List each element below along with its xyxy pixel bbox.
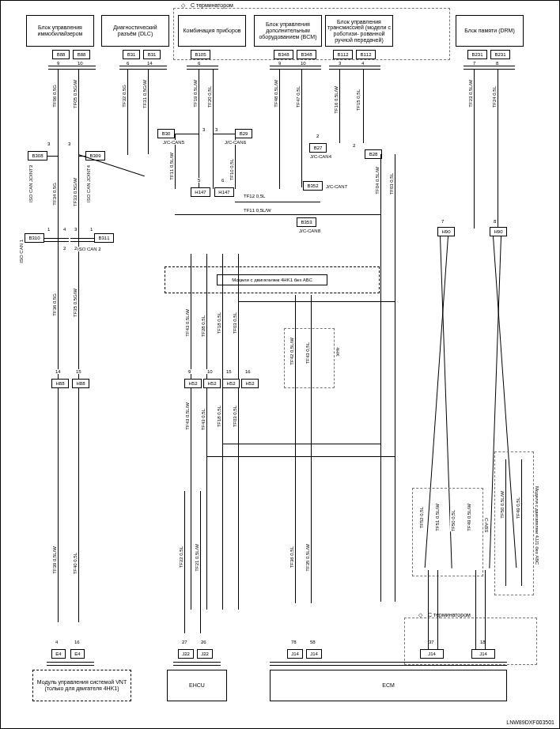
conn-j22a: J22: [178, 649, 194, 659]
conn-h90b: H90: [490, 227, 507, 236]
conn-b88a: B88: [52, 50, 70, 59]
conn-b88b: B88: [73, 50, 90, 59]
wire-label: TF06 0,5G: [51, 85, 58, 108]
terminator-bottom: С терминатором: [428, 612, 471, 618]
wire-label: TF36 0,5G: [51, 293, 58, 316]
conn-h147b: H147: [214, 187, 234, 197]
block-ecm: ECM: [270, 670, 507, 701]
wire-label: TF34 0,5G: [51, 183, 58, 206]
conn-e4b: E4: [70, 649, 85, 659]
wire-label: TF15 0,5L: [355, 89, 361, 111]
terminator-top: С терминатором: [191, 2, 233, 8]
label-4hk: 4HK: [335, 347, 341, 357]
conn-b29: B29: [235, 129, 252, 138]
conn-h52a: H52: [184, 379, 202, 388]
wire-label: TF35 0,5G/W: [72, 289, 78, 317]
conn-j22b: J22: [197, 649, 213, 659]
wire-label: TF20 0,5L: [206, 86, 213, 108]
wire-label: TF28 0,5L: [200, 315, 206, 337]
wire-label: TF04 0,5L/W: [374, 167, 380, 195]
conn-b112b: B112: [356, 50, 376, 59]
conn-b310: B310: [25, 233, 44, 243]
wire-label: TF03 0,5L: [232, 312, 238, 334]
label-cabs: С-ABS: [483, 518, 490, 532]
block-kombi: Комбинация приборов: [178, 15, 246, 47]
wire-label: TF47 0,5L: [295, 86, 301, 108]
wire-label: TF18 0,5L: [216, 312, 222, 334]
conn-b348a: B348: [274, 50, 293, 59]
conn-h90a: H90: [437, 227, 455, 236]
conn-h52c: H52: [222, 379, 240, 388]
label-jc6: J/C-CAN6: [224, 140, 247, 145]
label-jc4: J/C-CAN4: [309, 154, 332, 159]
wire-label: TF23 0,5L/W: [467, 80, 474, 108]
conn-b30: B30: [157, 129, 175, 138]
conn-j14a: J14: [287, 649, 303, 659]
conn-e4a: E4: [51, 649, 66, 659]
block-drm: Блок памяти (DRM): [456, 15, 524, 47]
label-iso2: ISO CAN 2: [77, 247, 102, 251]
block-trans: Блок управления трансмиссией (модели с р…: [325, 15, 393, 47]
wire-label: TF10 0,5L: [229, 159, 235, 180]
part-number: LNW89DXF003501: [506, 720, 554, 725]
conn-b311: B311: [94, 233, 114, 243]
wire-label: TF48 0,5L/W: [273, 80, 279, 108]
wire-label: TF12 0,5L: [243, 194, 266, 198]
conn-h52d: H52: [241, 379, 259, 388]
block-diag: Диагностический разъём (DLC): [101, 15, 169, 47]
conn-b31a: B31: [123, 50, 140, 59]
conn-h88b: H88: [72, 379, 89, 388]
conn-h88: H88: [51, 379, 69, 388]
conn-b353: B353: [297, 217, 316, 227]
wire-label: TF19 0,5L/W: [192, 80, 199, 108]
conn-b27: B27: [309, 143, 327, 153]
conn-h147a: H147: [191, 187, 210, 197]
wire-label: TF42 0,5L/W: [289, 338, 295, 365]
conn-b231a: B231: [467, 50, 487, 59]
wire-label: TF24 0,5L: [491, 86, 498, 108]
label-iso1: ISO CAN 1: [18, 240, 25, 263]
conn-j14b: J14: [306, 649, 322, 659]
conn-b348b: B348: [297, 50, 316, 59]
conn-b112a: B112: [333, 50, 353, 59]
label-iso3: ISO CAN JOINT3: [28, 165, 34, 202]
conn-b105: B105: [191, 50, 210, 59]
label-jc7: J/C-CAN7: [325, 184, 348, 189]
block-vnt: Модуль управления системой VNT (только д…: [32, 670, 131, 701]
conn-b352: B352: [303, 181, 323, 191]
wire-label: TF31 0,5G/W: [142, 80, 148, 108]
wire-label: TF11 0,5L/W: [168, 153, 175, 180]
wire-label: TF33 0,5G/W: [72, 178, 78, 206]
wire-label: TF32 0,5G: [121, 85, 127, 108]
note-4hk1: Модели с двигателем 4HK1 без АБС: [165, 266, 380, 293]
block-immob: Блок управления иммобилайзером: [26, 15, 94, 47]
label-iso4: ISO CAN JOINT4: [85, 165, 92, 202]
block-ehcu: EHCU: [167, 670, 227, 701]
conn-b31b: B31: [143, 50, 161, 59]
wire-label: TF11 0,5L/W: [243, 208, 272, 213]
conn-b231b: B231: [490, 50, 510, 59]
conn-b308: B308: [28, 151, 47, 161]
wire-label: TF03 0,5L: [388, 173, 395, 195]
wire-label: TF43 0,5L/W: [184, 309, 191, 337]
wire-label: TF05 0,5G/W: [72, 80, 78, 108]
block-bcm: Блок управления дополнительным оборудова…: [254, 15, 322, 47]
conn-h52b: H52: [203, 379, 221, 388]
label-jc5: J/C-CAN5: [162, 140, 185, 145]
wire-label: TF43 0,5L: [305, 342, 311, 364]
conn-b28: B28: [365, 149, 382, 159]
label-jc8: J/C-CAN8: [298, 229, 321, 233]
wire-label: TF16 0,5L/W: [333, 86, 339, 114]
label-4jj1: Модели с двигателем 4JJ1 без АБС: [534, 486, 540, 565]
